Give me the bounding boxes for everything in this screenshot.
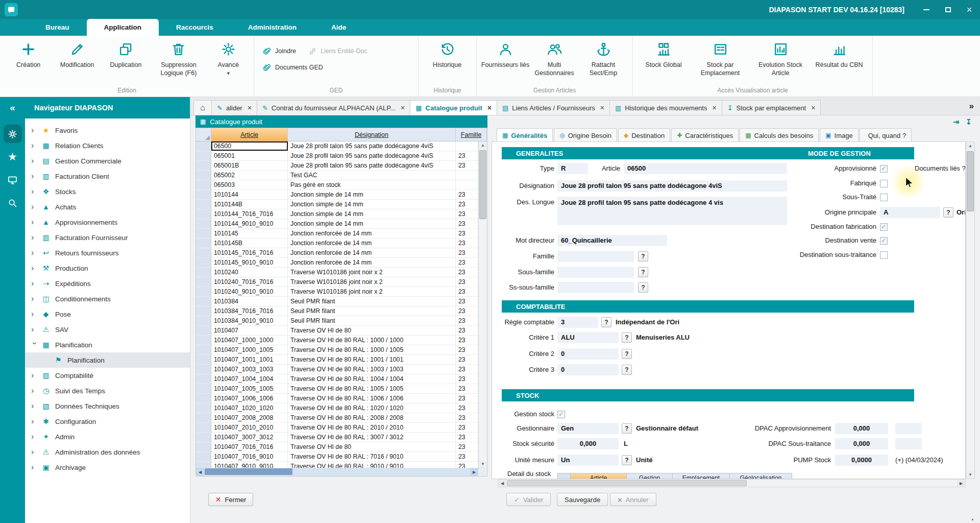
table-row[interactable]: 1010407_1006_1006 Traverse OV HI de 80 R… bbox=[196, 394, 478, 403]
scroll-up-arrow[interactable] bbox=[479, 141, 487, 149]
designation-cell[interactable]: Joue 28 profil talon 95 sans patte dodéc… bbox=[288, 141, 456, 151]
article-cell[interactable]: 1010144_7016_7016 bbox=[211, 209, 288, 219]
destination-fabrication-checkbox[interactable] bbox=[880, 223, 888, 231]
designation-cell[interactable]: Traverse OV HI de 80 RAL : 1006 / 1006 bbox=[288, 394, 456, 403]
famille-cell[interactable]: 23 bbox=[456, 161, 478, 170]
pump-stock-field[interactable]: 0,0000 bbox=[835, 455, 888, 466]
chevron-right-icon[interactable] bbox=[31, 126, 38, 134]
origine-principale-field[interactable]: A bbox=[880, 207, 940, 218]
document-tab[interactable]: ✎ alider bbox=[212, 100, 257, 115]
article-cell[interactable]: 1010407_1001_1001 bbox=[211, 355, 288, 364]
article-cell[interactable]: 065002 bbox=[211, 171, 288, 180]
critere3-lookup-button[interactable]: ? bbox=[622, 365, 632, 375]
maximize-button[interactable] bbox=[937, 0, 959, 19]
chevron-right-icon[interactable] bbox=[31, 249, 38, 257]
famille-cell[interactable]: 23 bbox=[456, 287, 478, 296]
close-tab-icon[interactable] bbox=[600, 104, 604, 111]
table-row[interactable]: 1010407_7016_7016 Traverse OV HI de 80 2… bbox=[196, 442, 478, 452]
dpac-sous-traitance-extra-field[interactable] bbox=[895, 438, 922, 449]
table-row[interactable]: 1010407_7016_9010 Traverse OV HI de 80 R… bbox=[196, 452, 478, 462]
gestionnaire-lookup-button[interactable]: ? bbox=[622, 423, 632, 434]
fermer-button[interactable]: Fermer bbox=[208, 493, 253, 506]
famille-lookup-button[interactable]: ? bbox=[638, 251, 648, 262]
unite-lookup-button[interactable]: ? bbox=[622, 455, 632, 465]
famille-cell[interactable]: 23 bbox=[456, 306, 478, 316]
sidebar-item[interactable]: ◫ Conditionnements bbox=[25, 291, 190, 306]
chevron-right-icon[interactable] bbox=[31, 141, 38, 150]
row-selector-cell[interactable] bbox=[196, 268, 211, 277]
designation-cell[interactable]: Traverse OV HI de 80 RAL : 3007 / 3012 bbox=[288, 433, 456, 442]
chevron-right-icon[interactable] bbox=[31, 295, 38, 303]
stock-global-button[interactable]: Stock Global bbox=[637, 38, 690, 83]
designation-cell[interactable]: Traverse OV HI de 80 RAL : 1003 / 1003 bbox=[288, 365, 456, 374]
stock-detail-header-article[interactable]: Article bbox=[571, 473, 627, 479]
famille-cell[interactable]: 23 bbox=[456, 258, 478, 267]
famille-cell[interactable]: 23 bbox=[456, 326, 478, 335]
chevron-down-icon[interactable]: ▾ bbox=[227, 70, 230, 77]
regle-comptable-field[interactable]: 3 bbox=[557, 317, 598, 328]
famille-cell[interactable]: 23 bbox=[456, 442, 478, 451]
table-row[interactable]: 1010407_1000_1005 Traverse OV HI de 80 R… bbox=[196, 345, 478, 355]
collapse-sidebar-button[interactable]: « bbox=[0, 97, 25, 118]
sous-famille-lookup-button[interactable]: ? bbox=[638, 267, 648, 277]
famille-cell[interactable]: 23 bbox=[456, 336, 478, 345]
critere3-field[interactable]: 0 bbox=[557, 364, 619, 375]
fabrique-checkbox[interactable] bbox=[880, 180, 888, 187]
sidebar-item[interactable]: ✱ Configuration bbox=[25, 414, 190, 429]
row-selector-cell[interactable] bbox=[196, 277, 211, 287]
article-cell[interactable]: 1010407_1000_1000 bbox=[211, 336, 288, 345]
critere2-field[interactable]: 0 bbox=[557, 348, 619, 360]
unite-mesure-field[interactable]: Un bbox=[557, 455, 619, 466]
table-row[interactable]: 065001B Joue 28 profil talon 95 sans pat… bbox=[196, 161, 478, 171]
row-selector-cell[interactable] bbox=[196, 394, 211, 403]
article-cell[interactable]: 1010144 bbox=[211, 190, 288, 199]
scrollbar-thumb[interactable] bbox=[479, 150, 486, 219]
table-row[interactable]: 1010407_1001_1001 Traverse OV HI de 80 R… bbox=[196, 355, 478, 365]
sidebar-item[interactable]: ▥ Comptabilité bbox=[25, 368, 190, 383]
detail-tab[interactable]: ◎ Origine Besoin bbox=[554, 128, 617, 142]
row-selector-cell[interactable] bbox=[196, 229, 211, 238]
close-tab-icon[interactable] bbox=[811, 104, 815, 111]
ss-sous-famille-lookup-button[interactable]: ? bbox=[638, 282, 648, 293]
designation-cell[interactable]: Traverse OV HI de 80 RAL : 2008 / 2008 bbox=[288, 413, 456, 422]
historique-button[interactable]: Historique bbox=[423, 38, 472, 83]
designation-cell[interactable]: Test GAC bbox=[288, 171, 456, 180]
row-selector-cell[interactable] bbox=[196, 316, 211, 325]
row-selector-cell[interactable] bbox=[196, 151, 211, 160]
row-selector-cell[interactable] bbox=[196, 433, 211, 442]
table-row[interactable]: 065002 Test GAC bbox=[196, 171, 478, 180]
sidebar-item[interactable]: ✦ Admin bbox=[25, 429, 190, 444]
scroll-down-arrow[interactable] bbox=[479, 460, 487, 468]
row-selector-cell[interactable] bbox=[196, 384, 211, 393]
designation-cell[interactable]: Seuil PMR filant bbox=[288, 316, 456, 325]
stock-detail-header-geolocalisation[interactable]: Géolocalisation bbox=[730, 473, 792, 479]
row-selector-cell[interactable] bbox=[196, 423, 211, 432]
duplication-button[interactable]: Duplication bbox=[102, 38, 150, 83]
sidebar-item[interactable]: ▦ Relation Clients bbox=[25, 138, 190, 153]
documents-lies-link[interactable]: Documents liés ? bbox=[915, 164, 966, 172]
critere1-lookup-button[interactable]: ? bbox=[622, 332, 632, 343]
famille-cell[interactable]: 23 bbox=[456, 316, 478, 325]
designation-cell[interactable]: Traverse OV HI de 80 RAL : 1000 / 1005 bbox=[288, 345, 456, 354]
modification-button[interactable]: Modification bbox=[53, 38, 101, 83]
article-cell[interactable]: 1010407_1005_1005 bbox=[211, 384, 288, 393]
chevron-right-icon[interactable] bbox=[31, 203, 38, 211]
sidebar-item[interactable]: ⚠ Administration des données bbox=[25, 444, 190, 460]
famille-cell[interactable]: 23 bbox=[456, 209, 478, 219]
famille-cell[interactable]: 23 bbox=[456, 345, 478, 354]
document-tab[interactable]: ▤ Liens Articles / Fournisseurs bbox=[497, 100, 610, 115]
famille-cell[interactable]: 23 bbox=[456, 365, 478, 374]
rail-settings-button[interactable] bbox=[4, 125, 22, 143]
select-all-cell[interactable] bbox=[196, 128, 211, 141]
chevron-right-icon[interactable] bbox=[31, 279, 38, 288]
table-row[interactable]: 1010144 Jonction simple de 14 mm 23 bbox=[196, 190, 478, 200]
menu-tab[interactable]: Bureau bbox=[28, 19, 87, 36]
row-selector-cell[interactable] bbox=[196, 287, 211, 296]
designation-cell[interactable]: Jonction simple de 14 mm bbox=[288, 190, 456, 199]
famille-cell[interactable] bbox=[456, 141, 478, 151]
chevron-right-icon[interactable] bbox=[31, 157, 38, 165]
documents-ged-button[interactable]: Documents GED bbox=[258, 61, 328, 74]
designation-cell[interactable]: Traverse OV HI de 80 bbox=[288, 442, 456, 451]
type-field[interactable]: R bbox=[557, 163, 588, 174]
row-selector-cell[interactable] bbox=[196, 403, 211, 413]
